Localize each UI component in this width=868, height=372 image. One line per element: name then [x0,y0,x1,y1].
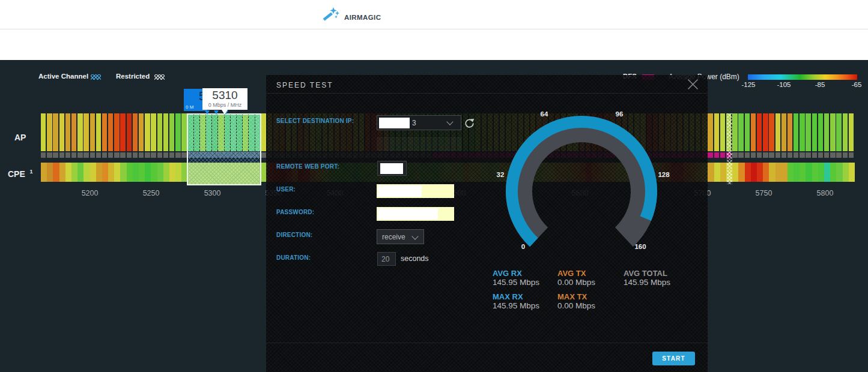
stat-value: 145.95 Mbps [624,278,670,287]
speed-gauge [497,107,666,259]
power-tick-label: -85 [815,81,825,88]
dfs-strip-cell [806,152,810,158]
destination-ip-redacted [379,118,410,128]
ap-bar [782,113,786,151]
dfs-strip-cell [96,152,101,158]
gauge-tick-label: 128 [658,171,669,178]
dfs-strip-cell [849,152,854,158]
cpe-segment [782,163,788,182]
dfs-strip-cell [720,152,725,158]
ap-bar [151,113,156,151]
dfs-strip-cell [769,152,774,158]
ap-bar [102,113,107,151]
ap-bar [145,113,150,151]
dfs-strip-cell [830,152,835,158]
gauge-tick-label: 0 [521,243,525,250]
start-button[interactable]: START [652,352,695,365]
dfs-strip-cell [102,152,107,158]
dfs-strip-cell [714,152,719,158]
stat-value: 0.00 Mbps [557,301,595,310]
ap-bar [849,113,854,151]
dfs-strip-cell [145,152,150,158]
ap-bar [763,113,768,151]
cpe-segment [763,163,769,182]
cpe-segment [788,163,794,182]
cpe-segment [151,163,157,182]
dfs-strip-cell [812,152,817,158]
direction-select[interactable]: receive [377,229,424,244]
ap-bar [732,113,737,151]
dfs-strip-cell [732,152,737,158]
cpe-segment [65,163,71,182]
cpe-segment [843,163,849,182]
magic-wand-icon [323,7,340,23]
gauge-tick-label: 160 [634,243,646,250]
cpe-segment [139,163,145,182]
dfs-strip-cell [77,152,82,158]
ap-row-label: AP [14,133,26,142]
freq-tick-label: 5800 [817,189,834,197]
duration-label: DURATION: [276,254,311,261]
ap-bar [77,113,82,151]
remote-web-port-redacted [380,163,403,174]
ap-bar [65,113,70,151]
password-input[interactable] [377,207,454,221]
dfs-strip-cell [151,152,156,158]
ap-bar [775,113,780,151]
refresh-icon[interactable] [464,118,475,128]
destination-ip-select[interactable]: 3 [377,115,461,130]
cpe-segment [775,163,782,182]
cpe-segment [96,163,102,182]
dfs-strip-cell [708,152,712,158]
dfs-strip-cell [788,152,792,158]
modal-title: SPEED TEST [276,81,333,89]
dfs-strip-cell [139,152,144,158]
dfs-strip-cell [782,152,786,158]
ap-bar [720,113,725,151]
top-header: AIRMAGIC [0,0,868,29]
channel-selection-box[interactable] [187,113,261,185]
ap-bar [824,113,829,151]
ap-bar [812,113,817,151]
modal-footer-divider [266,343,708,343]
dfs-strip-cell [114,152,119,158]
ap-bar [800,113,804,151]
ap-bar [788,113,792,151]
dfs-strip-cell [261,152,266,158]
ap-bar [769,113,774,151]
ap-bar [59,113,64,151]
speed-test-modal: SPEED TEST SELECT DESTINATION IP: 3 REMO… [266,75,708,372]
modal-title-divider [266,93,708,94]
cpe-segment [738,163,744,182]
gauge-tick-label: 32 [497,171,505,178]
cpe-segment [120,163,126,182]
dfs-strip-cell [65,152,70,158]
cpe-segment [90,163,96,182]
ap-bar [133,113,138,151]
power-gradient-bar [748,74,857,80]
remote-web-port-input[interactable] [377,161,407,176]
cpe-segment [830,163,836,182]
cpe-segment [769,163,775,182]
ap-bar [108,113,113,151]
cpe-segment [127,163,133,182]
ap-bar [163,113,168,151]
user-input[interactable] [377,184,454,198]
dfs-strip-cell [181,152,186,158]
cpe-segment [745,163,751,182]
cpe-segment [53,163,59,182]
ap-bar [708,113,712,151]
close-icon[interactable] [687,79,699,90]
stat-label: AVG RX [493,269,522,278]
freq-tick-label: 5300 [204,189,221,197]
ap-bar [96,113,101,151]
ap-bar [175,113,180,151]
dfs-strip-cell [757,152,762,158]
legend-active-channel-label: Active Channel [38,73,88,80]
stat-value: 145.95 Mbps [493,301,539,310]
dfs-strip-cell [47,152,52,158]
stat-label: MAX RX [493,292,523,301]
stat-value: 0.00 Mbps [557,278,595,287]
cpe-segment [836,163,842,182]
duration-input[interactable]: 20 [377,252,396,266]
